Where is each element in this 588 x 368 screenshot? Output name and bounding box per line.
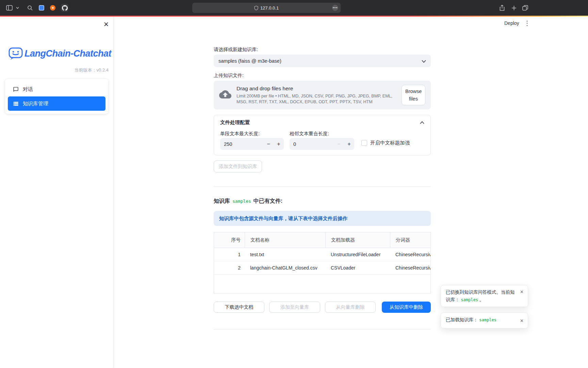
dropzone-instructions: Drag and drop files here Limit 200MB per… [236, 86, 396, 105]
info-banner: 知识库中包含源文件与向量库，请从下表中选择文件后操作 [214, 211, 431, 226]
dropzone-limit-text: Limit 200MB per file • HTML, MD, JSON, C… [236, 93, 396, 105]
chunk-size-input[interactable]: 250 − + [220, 138, 284, 150]
menu-item-label: 对话 [23, 86, 33, 93]
cloud-upload-icon [219, 90, 231, 100]
database-icon [13, 101, 19, 107]
search-icon[interactable] [26, 4, 34, 12]
upload-label: 上传知识文件: [214, 73, 244, 79]
app-title: LangChain-Chatchat [24, 48, 111, 59]
header-splitter[interactable]: 分词器 [390, 232, 430, 248]
delete-from-vectorstore-button[interactable]: 从向量库删除 [325, 302, 376, 313]
heading-suffix: 中已有文件: [254, 198, 282, 205]
decrement-icon[interactable]: − [263, 138, 274, 150]
cell-doc-loader: CSVLoader [325, 261, 390, 274]
overlap-label: 相邻文本重合长度: [290, 131, 329, 137]
close-icon[interactable]: ✕ [520, 318, 524, 325]
dropzone-title: Drag and drop files here [236, 86, 396, 92]
toast-mode-switched: 已切换到知识库问答模式。当前知识库： samples 。 ✕ [441, 285, 528, 307]
extension-icon-blue[interactable] [38, 4, 45, 12]
kb-name-code: samples [232, 199, 251, 204]
new-tab-icon[interactable] [510, 4, 518, 12]
cell-doc-loader: UnstructuredFileLoader [325, 248, 390, 261]
browse-files-button[interactable]: Browse files [402, 85, 425, 106]
increment-icon[interactable]: + [344, 138, 354, 150]
files-table: 序号 文档名称 文档加载器 分词器 1 test.txt Unstructure… [214, 232, 431, 294]
chevron-down-icon[interactable] [15, 4, 20, 12]
checkbox-icon [361, 140, 367, 146]
zh-title-enhance-checkbox[interactable]: 开启中文标题加强 [361, 140, 410, 146]
header-select-col[interactable] [214, 232, 226, 248]
checkbox-label: 开启中文标题加强 [370, 140, 410, 146]
overlap-input[interactable]: 0 − + [290, 138, 354, 150]
delete-from-kb-button[interactable]: 从知识库中删除 [382, 302, 431, 313]
header-index[interactable]: 序号 [226, 232, 245, 248]
kb-select-label: 请选择或新建知识库: [214, 47, 258, 53]
browser-toolbar: 127.0.0.1 ••• [0, 0, 588, 16]
cell-doc-name: langchain-ChatGLM_closed.csv [245, 261, 325, 274]
chunk-size-label: 单段文本最大长度: [220, 131, 260, 137]
file-dropzone[interactable]: Drag and drop files here Limit 200MB per… [214, 81, 431, 109]
toast-kb-code: samples [479, 318, 496, 322]
expander-title: 文件处理配置 [220, 119, 250, 126]
site-shield-icon [254, 6, 258, 10]
kb-selectbox[interactable]: samples (faiss @ m3e-base) [214, 55, 431, 67]
page-options-icon[interactable]: ••• [332, 5, 338, 11]
sidebar: ✕ LangChain-Chatchat 当前版本：v0.2.4 对话 知识库管… [0, 17, 114, 368]
deploy-button[interactable]: Deploy [504, 20, 519, 26]
table-row[interactable]: 1 test.txt UnstructuredFileLoader Chines… [214, 248, 430, 261]
table-row[interactable]: 2 langchain-ChatGLM_closed.csv CSVLoader… [214, 261, 430, 275]
share-icon[interactable] [498, 4, 506, 12]
cell-select [214, 261, 226, 274]
close-icon[interactable]: ✕ [520, 289, 524, 296]
divider [214, 329, 431, 329]
tab-overview-icon[interactable] [521, 4, 529, 12]
divider [214, 186, 431, 187]
version-label: 当前版本：v0.2.4 [5, 67, 109, 73]
main-menu-icon[interactable]: ⋮ [524, 19, 530, 27]
cell-index: 1 [226, 248, 245, 261]
decrement-icon[interactable]: − [334, 138, 344, 150]
toast-text-suffix: 。 [479, 297, 484, 302]
table-header-row: 序号 文档名称 文档加载器 分词器 [214, 232, 430, 248]
expander-header[interactable]: 文件处理配置 [214, 115, 430, 129]
cell-splitter: ChineseRecursiveT [390, 261, 430, 274]
add-files-button[interactable]: 添加文件到知识库 [214, 160, 262, 172]
sidebar-menu: 对话 知识库管理 [5, 79, 108, 114]
app-logo: LangChain-Chatchat [8, 47, 111, 60]
extension-icon-orange[interactable] [49, 4, 56, 12]
header-doc-name[interactable]: 文档名称 [245, 232, 325, 248]
cell-select [214, 248, 226, 261]
existing-files-heading: 知识库 samples 中已有文件: [214, 198, 282, 205]
menu-item-dialogue[interactable]: 对话 [8, 82, 105, 96]
toast-kb-loaded: 已加载知识库： samples ✕ [441, 312, 528, 328]
chevron-up-icon [420, 119, 424, 125]
add-to-vectorstore-button[interactable]: 添加至向量库 [269, 302, 320, 313]
toast-kb-code: samples [461, 297, 478, 302]
info-text: 知识库中包含源文件与向量库，请从下表中选择文件后操作 [219, 215, 347, 222]
chat-icon [13, 86, 19, 92]
file-config-expander: 文件处理配置 单段文本最大长度: 相邻文本重合长度: 250 − + 0 − +… [214, 115, 431, 155]
chevron-down-icon [422, 58, 426, 64]
toast-text: 已加载知识库： [446, 317, 478, 322]
close-sidebar-icon[interactable]: ✕ [102, 20, 110, 28]
address-bar[interactable]: 127.0.0.1 ••• [192, 3, 341, 13]
cell-index: 2 [226, 261, 245, 274]
overlap-value[interactable]: 0 [290, 141, 334, 147]
cell-doc-name: test.txt [245, 248, 325, 261]
menu-item-knowledge-base[interactable]: 知识库管理 [8, 96, 105, 111]
increment-icon[interactable]: + [274, 138, 284, 150]
cell-splitter: ChineseRecursiveT [390, 248, 430, 261]
heading-prefix: 知识库 [214, 198, 230, 205]
sidebar-toggle-icon[interactable] [5, 4, 13, 12]
github-icon[interactable] [61, 4, 68, 12]
menu-item-label: 知识库管理 [23, 101, 48, 107]
chunk-size-value[interactable]: 250 [220, 141, 263, 147]
chatchat-logo-icon [8, 47, 23, 60]
download-selected-button[interactable]: 下载选中文档 [214, 302, 264, 313]
url-text: 127.0.0.1 [260, 5, 279, 11]
kb-selected-value: samples (faiss @ m3e-base) [218, 58, 281, 64]
header-doc-loader[interactable]: 文档加载器 [325, 232, 390, 248]
